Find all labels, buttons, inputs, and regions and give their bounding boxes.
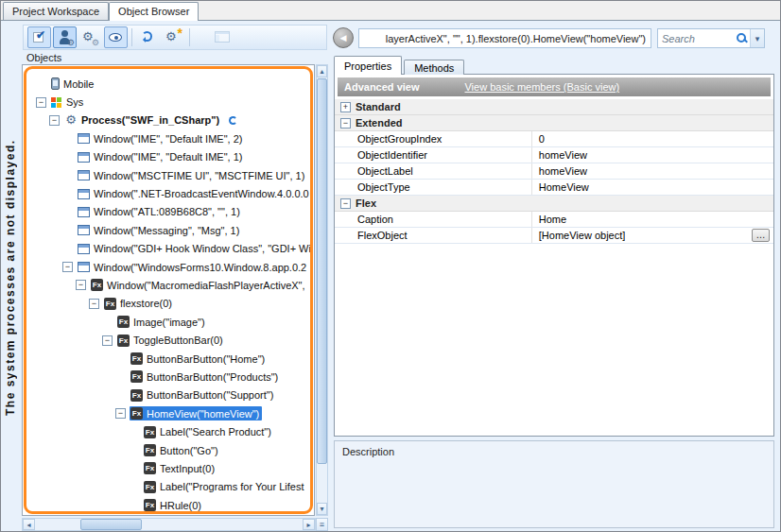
tree-item-label: Window("MacromediaFlashPlayerActiveX", xyxy=(107,280,305,291)
property-row[interactable]: ObjectLabelhomeView xyxy=(335,163,773,180)
tree-item[interactable]: −Window("MacromediaFlashPlayerActiveX", xyxy=(29,276,313,294)
tree-item[interactable]: Image("image") xyxy=(29,313,313,331)
scrollbar-menu-button[interactable] xyxy=(316,518,328,531)
search-dropdown-button[interactable] xyxy=(750,29,764,47)
vertical-scroll-thumb[interactable] xyxy=(317,78,327,464)
property-row[interactable]: ObjectTypeHomeView xyxy=(335,180,773,196)
tree-expander-icon[interactable]: − xyxy=(49,115,60,126)
tree-item[interactable]: −flexstore(0) xyxy=(29,295,313,313)
tree-expander-icon[interactable]: − xyxy=(62,262,73,272)
tree-item-content: Process("SWF_in_CSharp") xyxy=(63,112,222,128)
tab-methods[interactable]: Methods xyxy=(404,60,464,75)
object-fullname-bar[interactable]: layerActiveX", "", 1).flexstore(0).HomeV… xyxy=(358,28,651,48)
ellipsis-button[interactable]: … xyxy=(752,229,770,242)
tree-item[interactable]: TextInput(0) xyxy=(29,459,313,477)
property-name: ObjectGroupIndex xyxy=(335,131,532,146)
property-row[interactable]: FlexObject[HomeView object]… xyxy=(335,228,773,244)
fx-icon xyxy=(130,407,143,420)
tree-item[interactable]: Label("Search Product") xyxy=(29,422,313,440)
process-options-button[interactable]: ⚙* xyxy=(162,26,185,48)
fx-icon xyxy=(130,370,143,383)
tree-item-content: Window("Messaging", "Msg", 1) xyxy=(77,224,242,237)
basic-view-link[interactable]: View basic members (Basic view) xyxy=(464,81,619,93)
tree-item-content: Sys xyxy=(50,95,86,109)
tree-item[interactable]: Button("Go") xyxy=(29,441,313,459)
tree-item[interactable]: HRule(0) xyxy=(29,496,313,514)
member-tabs: Properties Methods xyxy=(334,56,464,75)
scroll-left-button[interactable] xyxy=(23,519,35,530)
tab-object-browser[interactable]: Object Browser xyxy=(109,2,199,21)
user-processes-button[interactable]: ⚙ xyxy=(53,26,77,48)
tree-vertical-scrollbar[interactable] xyxy=(316,64,328,516)
tree-item[interactable]: −ToggleButtonBar(0) xyxy=(29,331,313,349)
tree-item-label: Window(".NET-BroadcastEventWindow.4.0.0.… xyxy=(94,188,309,199)
group-expander-icon[interactable]: + xyxy=(340,102,351,112)
edit-objects-button[interactable]: ✔ xyxy=(27,26,51,48)
back-button[interactable] xyxy=(333,27,354,48)
group-expander-icon[interactable]: − xyxy=(340,198,351,209)
change-panel-layout-button[interactable] xyxy=(211,26,234,48)
tree-expander-icon[interactable]: − xyxy=(76,280,86,290)
tree-item-label: Window("MSCTFIME UI", "MSCTFIME UI", 1) xyxy=(94,170,304,181)
window-icon xyxy=(78,244,90,254)
tree-item-content: Window(".NET-BroadcastEventWindow.4.0.0.… xyxy=(77,187,312,200)
tab-project-workspace[interactable]: Project Workspace xyxy=(3,2,109,20)
tree-item[interactable]: Label("Programs for Your Lifest xyxy=(29,478,313,496)
tree-item[interactable]: ButtonBarButton("Products") xyxy=(29,368,313,386)
property-value: [HomeView object] xyxy=(532,230,773,241)
property-group-name: Flex xyxy=(356,197,376,209)
view-mode-title: Advanced view xyxy=(344,81,419,93)
tree-item-content: Window("IME", "Default IME", 2) xyxy=(77,132,245,146)
tree-item[interactable]: −Window("WindowsForms10.Window.8.app.0.2 xyxy=(29,258,313,276)
scroll-right-button[interactable] xyxy=(303,519,315,530)
tree-expander-icon[interactable]: − xyxy=(36,97,46,108)
object-browser-toolbar: ✔⚙⚙⚙⚙* xyxy=(23,25,327,50)
tree-expander-icon[interactable]: − xyxy=(115,408,126,419)
tree-item-content: Window("GDI+ Hook Window Class", "GDI+ W… xyxy=(77,242,313,255)
description-panel: Description xyxy=(334,440,774,528)
tree-item[interactable]: Window(".NET-BroadcastEventWindow.4.0.0.… xyxy=(29,184,313,202)
tree-item[interactable]: Window("GDI+ Hook Window Class", "GDI+ W… xyxy=(29,240,313,258)
property-group-header[interactable]: +Standard xyxy=(335,99,773,115)
property-group-header[interactable]: −Flex xyxy=(335,196,773,212)
fx-icon xyxy=(144,444,156,456)
group-expander-icon[interactable]: − xyxy=(340,118,351,129)
property-value: homeView xyxy=(532,149,773,161)
tree-item-label: Label("Programs for Your Lifest xyxy=(160,481,304,492)
tree-item[interactable]: Mobile xyxy=(29,75,313,93)
tree-item[interactable]: Window("ATL:089B68C8", "", 1) xyxy=(29,203,313,221)
property-row[interactable]: ObjectGroupIndex0 xyxy=(335,131,773,147)
object-tree-panel: Mobile−Sys−Process("SWF_in_CSharp")Windo… xyxy=(22,64,315,516)
window-icon xyxy=(78,189,90,199)
tree-item-content: flexstore(0) xyxy=(103,297,175,311)
tree-item[interactable]: Window("MSCTFIME UI", "MSCTFIME UI", 1) xyxy=(29,166,313,184)
fx-icon xyxy=(144,481,156,493)
tree-item[interactable]: ButtonBarButton("Support") xyxy=(29,386,313,404)
tree-item[interactable]: −HomeView("homeView") xyxy=(29,404,313,422)
tree-horizontal-scrollbar[interactable] xyxy=(22,518,316,531)
property-row[interactable]: CaptionHome xyxy=(335,212,773,228)
tree-item[interactable]: ButtonBarButton("Home") xyxy=(29,350,313,368)
system-objects-button[interactable]: ⚙⚙ xyxy=(78,26,102,48)
tree-item[interactable]: −Sys xyxy=(29,93,313,111)
tree-item-label: Sys xyxy=(66,96,83,108)
tab-properties[interactable]: Properties xyxy=(334,56,402,75)
tree-item[interactable]: −Process("SWF_in_CSharp") xyxy=(29,112,313,129)
tree-item[interactable]: Window("Messaging", "Msg", 1) xyxy=(29,221,313,239)
property-group-header[interactable]: −Extended xyxy=(335,115,773,131)
refresh-tree-button[interactable] xyxy=(136,26,160,48)
window-icon xyxy=(78,207,90,217)
scroll-down-button[interactable] xyxy=(317,503,327,515)
tree-item[interactable]: Window("IME", "Default IME", 2) xyxy=(29,129,313,147)
tree-item-label: Image("image") xyxy=(133,317,205,328)
tree-item[interactable]: Window("IME", "Default IME", 1) xyxy=(29,148,313,166)
horizontal-scroll-track[interactable] xyxy=(35,519,303,530)
show-invisible-objects-button[interactable] xyxy=(104,26,128,48)
tree-expander-icon[interactable]: − xyxy=(89,299,99,309)
search-input[interactable] xyxy=(658,33,736,44)
tree-expander-icon[interactable]: − xyxy=(102,335,113,346)
horizontal-scroll-thumb[interactable] xyxy=(80,519,142,530)
tree-item-label: Mobile xyxy=(63,78,94,90)
property-row[interactable]: ObjectIdentifierhomeView xyxy=(335,147,773,163)
scroll-up-button[interactable] xyxy=(317,65,327,77)
